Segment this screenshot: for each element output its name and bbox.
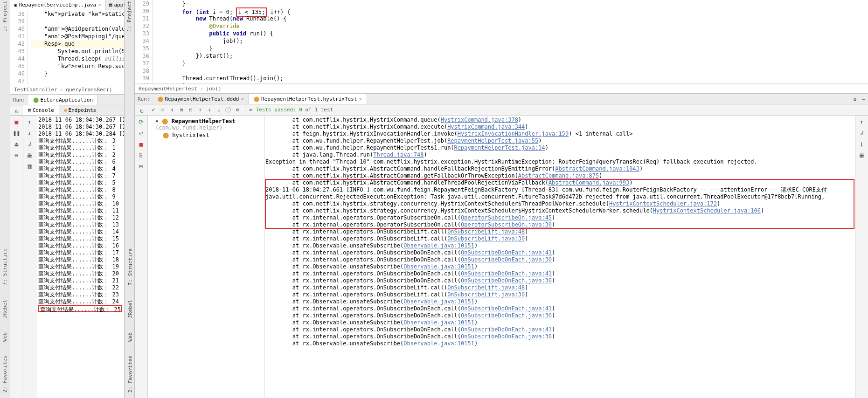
favorites-vtab-l[interactable]: 2: Favorites [2,356,8,392]
left-run-bar: Run: ⬤ EcCoreApplication [10,94,124,105]
left-tool-column-2: ↑ ↓ ↲ 🖶 🗑 [23,116,36,398]
method-icon: ⬤ [163,132,169,138]
export-icon[interactable]: ⤓ [215,106,222,114]
tests-status: Tests passed: 0 of 1 test [256,107,333,113]
web-vtab-l[interactable]: Web [2,332,8,342]
left-breadcrumb[interactable]: TestController queryTransRec() [10,85,124,94]
soft-wrap-icon[interactable]: ↲ [858,129,866,137]
project-vtab-right[interactable]: 1: Project [126,1,132,32]
collapse-arrow-icon[interactable]: ▾ [155,118,159,124]
right-tool-column-scroll: ↑ ↲ ⤓ 🖶 [855,116,868,398]
class-icon: ⬤ [162,118,168,124]
run-tab-dddd[interactable]: ⬤ RepaymentHelperTest.dddd × [153,94,250,104]
test-toolbar: ↻ ✔ ⊘ ↕ ⊞ ⊟ ↑ ↓ ⤓ 🕓 ⚙ » Tests passed: 0 … [135,104,868,116]
minimize-icon[interactable]: — [859,96,868,102]
tab-endpoints[interactable]: ⚙ Endpoints [59,105,101,115]
tree-node-method[interactable]: ⬤ hystrixTest [150,131,262,139]
rerun-failed-icon[interactable]: ⟳ [137,117,146,126]
left-console-body: ■ ❚❚ ⏏ ⊟ ↑ ↓ ↲ 🖶 🗑 2018-11-06 18:04:30.2… [10,116,124,398]
gear-icon[interactable]: ⚙ [234,106,241,114]
arrow-icon: » [249,107,252,113]
left-gutter: 3839404142434445464748 [10,10,28,85]
left-pane: ◉ RepaymentServiceImpl.java × ▤ applicat… [10,0,125,398]
down-icon[interactable]: ↓ [26,129,34,137]
left-tool-column-1: ■ ❚❚ ⏏ ⊟ [10,116,23,398]
next-failed-icon[interactable]: ↓ [206,106,213,114]
right-pane: 293031323334353637383940 } for (int i = … [135,0,868,398]
right-breadcrumb[interactable]: RepaymentHelperTest job() [135,84,868,93]
right-code[interactable]: } for (int i = 0; i < 135; i++) { new Th… [153,0,868,83]
left-console-tabs: ↻ ▤ Console ⚙ Endpoints [10,105,124,116]
close-icon[interactable]: × [359,96,362,102]
favorites-vtab[interactable]: 2: Favorites [127,356,133,392]
left-console-log[interactable]: 2018-11-06 18:04:30.267 [INFO2018-11-06 … [36,116,124,398]
left-editor[interactable]: 3839404142434445464748 "kw">private "kw"… [10,10,124,85]
left-code[interactable]: "kw">private "kw">static AtomicInteger "… [28,10,124,85]
chevron-right-icon [59,87,64,93]
history-icon[interactable]: 🕓 [224,106,232,114]
scroll-up-icon[interactable]: ↑ [858,117,866,126]
editor-tab-repayment[interactable]: ◉ RepaymentServiceImpl.java × [10,0,105,10]
sort-icon[interactable]: ↕ [168,106,176,114]
tree-node-class[interactable]: ▾ ⬤ RepaymentHelperTest (com.wu.fund.hel… [150,117,262,131]
expand-icon[interactable]: ⊞ [178,106,185,114]
run-label: Run: [10,97,28,103]
layout-icon[interactable]: ⊟ [137,162,146,171]
stop-icon[interactable]: ■ [137,140,146,148]
run-tab-eccore[interactable]: ⬤ EcCoreApplication [28,95,98,105]
chevron-right-icon [199,86,204,92]
run-label: Run: [135,96,153,102]
console-icon: ▤ [28,107,31,113]
print-icon[interactable]: 🖶 [26,151,34,159]
right-run-bar: Run: ⬤ RepaymentHelperTest.dddd × ⬤ Repa… [135,93,868,104]
file-icon: ▤ [109,2,112,8]
close-icon[interactable]: × [241,96,244,102]
wrap-icon[interactable]: ↲ [26,140,34,148]
show-passed-icon[interactable]: ✔ [150,106,157,114]
run-tab-hystrix[interactable]: ⬤ RepaymentHelperTest.hystrixTest × [249,94,367,104]
stack-trace[interactable]: at com.netflix.hystrix.HystrixCommand.qu… [264,116,855,398]
print-icon[interactable]: 🖶 [858,151,866,159]
left-side-vtabs: 7: Structure JRebel Web 2: Favorites [0,121,10,396]
show-ignored-icon[interactable]: ⊘ [159,106,167,114]
test-icon: ⬤ [158,96,163,102]
right-main: ⟳ ⤾ ■ ⎘ ⊟ ▾ ⬤ RepaymentHelperTest (com.w… [135,116,868,398]
up-icon[interactable]: ↑ [26,117,34,126]
rerun-icon[interactable]: ↻ [138,107,146,115]
structure-vtab-l[interactable]: 7: Structure [2,248,8,285]
stop-icon[interactable]: ■ [13,117,21,126]
collapse-icon[interactable]: ⊟ [187,106,194,114]
toggle-auto-icon[interactable]: ⤾ [137,129,146,137]
jrebel-vtab-l[interactable]: JRebel [2,300,8,318]
editor-tab-row-left: ◉ RepaymentServiceImpl.java × ▤ applicat [10,0,124,10]
structure-vtab[interactable]: 7: Structure [127,248,133,285]
exit-icon[interactable]: ⏏ [13,140,21,148]
dump-icon[interactable]: ⎘ [137,151,146,159]
right-side-vtabs: 7: Structure JRebel Web 2: Favorites [125,121,135,396]
right-tool-column-1: ⟳ ⤾ ■ ⎘ ⊟ [135,116,148,398]
web-vtab[interactable]: Web [127,332,133,342]
clear-icon[interactable]: 🗑 [26,162,34,171]
spring-icon: ⬤ [33,97,39,103]
layout-icon[interactable]: ⊟ [13,151,21,159]
pause-icon[interactable]: ❚❚ [13,129,21,137]
close-icon[interactable]: × [98,2,101,8]
prev-failed-icon[interactable]: ↑ [196,106,204,114]
project-vtab[interactable]: 1: Project [2,1,8,32]
java-file-icon: ◉ [14,2,17,8]
test-tree[interactable]: ▾ ⬤ RepaymentHelperTest (com.wu.fund.hel… [148,116,264,398]
scroll-to-end-icon[interactable]: ⤓ [858,140,866,148]
jrebel-vtab[interactable]: JRebel [127,300,133,318]
settings-icon[interactable]: ✿ [851,96,860,102]
endpoints-icon: ⚙ [64,107,67,113]
right-editor[interactable]: 293031323334353637383940 } for (int i = … [135,0,868,84]
tab-console[interactable]: ▤ Console [23,105,59,115]
right-gutter: 293031323334353637383940 [135,0,153,83]
rerun-icon[interactable]: ↻ [13,107,21,115]
test-icon: ⬤ [254,96,259,102]
